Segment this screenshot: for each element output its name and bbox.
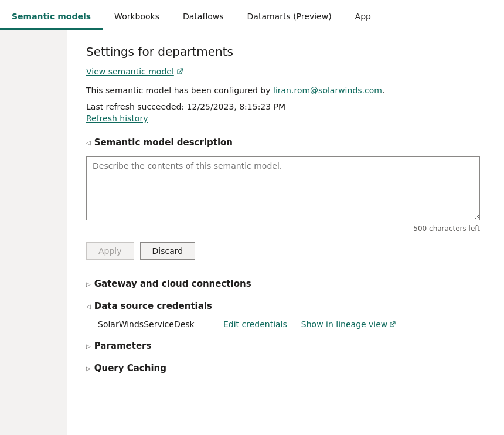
- configured-by-text: This semantic model has been configured …: [86, 86, 485, 95]
- gateway-section: ▷ Gateway and cloud connections: [86, 278, 485, 289]
- edit-credentials-link[interactable]: Edit credentials: [223, 320, 287, 329]
- credential-name: SolarWindsServiceDesk: [98, 320, 209, 329]
- sidebar: [0, 30, 67, 435]
- refresh-info: Last refresh succeeded: 12/25/2023, 8:15…: [86, 102, 485, 111]
- view-model-link[interactable]: View semantic model: [86, 67, 183, 76]
- query-caching-section-title: Query Caching: [94, 363, 166, 373]
- page-title: Settings for departments: [86, 45, 485, 59]
- gateway-chevron-icon: ▷: [86, 281, 91, 287]
- tab-semantic-models[interactable]: Semantic models: [0, 4, 103, 30]
- query-caching-chevron-icon: ▷: [86, 365, 91, 372]
- data-source-section-header[interactable]: ◁ Data source credentials: [86, 301, 485, 311]
- credential-row: SolarWindsServiceDesk Edit credentials S…: [86, 320, 485, 329]
- main-layout: Settings for departments View semantic m…: [0, 30, 504, 435]
- description-section: ◁ Semantic model description 500 charact…: [86, 137, 485, 260]
- show-lineage-link[interactable]: Show in lineage view: [301, 320, 396, 329]
- tab-dataflows[interactable]: Dataflows: [171, 4, 236, 30]
- configured-by-email[interactable]: liran.rom@solarwinds.com: [273, 86, 382, 95]
- parameters-chevron-icon: ▷: [86, 343, 91, 349]
- query-caching-section: ▷ Query Caching: [86, 363, 485, 373]
- tab-app[interactable]: App: [343, 4, 383, 30]
- gateway-section-header[interactable]: ▷ Gateway and cloud connections: [86, 278, 485, 289]
- top-navigation: Semantic models Workbooks Dataflows Data…: [0, 0, 504, 30]
- description-textarea[interactable]: [86, 156, 480, 220]
- query-caching-section-header[interactable]: ▷ Query Caching: [86, 363, 485, 373]
- button-row: Apply Discard: [86, 242, 485, 260]
- parameters-section: ▷ Parameters: [86, 341, 485, 351]
- data-source-section: ◁ Data source credentials SolarWindsServ…: [86, 301, 485, 329]
- refresh-history-link[interactable]: Refresh history: [86, 114, 148, 123]
- description-section-header[interactable]: ◁ Semantic model description: [86, 137, 485, 148]
- data-source-section-title: Data source credentials: [94, 301, 212, 311]
- gateway-section-title: Gateway and cloud connections: [94, 278, 251, 289]
- parameters-section-header[interactable]: ▷ Parameters: [86, 341, 485, 351]
- parameters-section-title: Parameters: [94, 341, 152, 351]
- main-content: Settings for departments View semantic m…: [67, 30, 504, 435]
- tab-workbooks[interactable]: Workbooks: [103, 4, 171, 30]
- external-link-icon: [176, 68, 183, 75]
- discard-button[interactable]: Discard: [140, 242, 196, 260]
- lineage-external-icon: [389, 321, 396, 328]
- data-source-chevron-icon: ◁: [86, 303, 91, 310]
- tab-datamarts[interactable]: Datamarts (Preview): [236, 4, 343, 30]
- description-section-title: Semantic model description: [94, 137, 233, 148]
- description-chevron-icon: ◁: [86, 140, 91, 146]
- apply-button[interactable]: Apply: [86, 242, 134, 260]
- char-count: 500 characters left: [86, 225, 480, 233]
- view-model-label: View semantic model: [86, 67, 174, 76]
